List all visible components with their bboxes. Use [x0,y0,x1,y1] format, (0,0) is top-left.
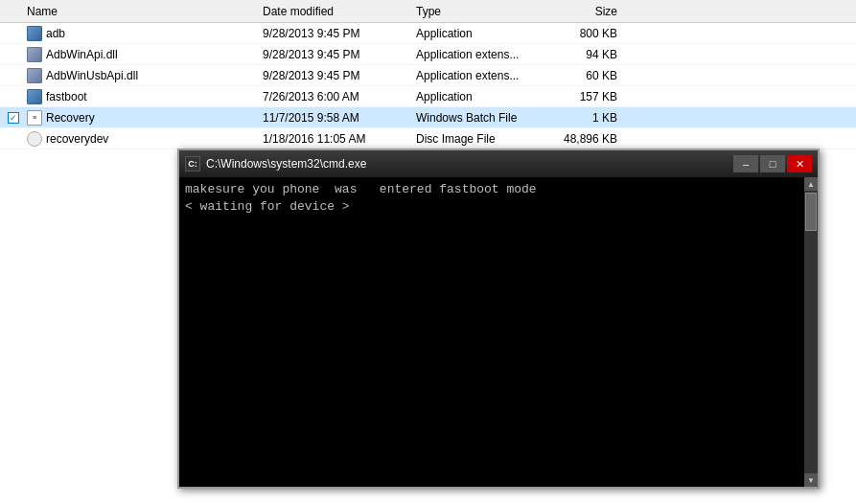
file-name: fastboot [46,90,87,103]
file-name: AdbWinUsbApi.dll [46,69,138,82]
file-name-col: recoverydev [4,131,263,147]
file-type: Windows Batch File [416,111,541,125]
img-icon [27,131,42,147]
file-name: AdbWinApi.dll [46,48,118,61]
col-header-date[interactable]: Date modified [263,5,416,18]
file-row[interactable]: recoverydev 1/18/2016 11:05 AM Disc Imag… [0,128,856,149]
file-size: 1 KB [541,111,617,125]
cmd-title: C:\Windows\system32\cmd.exe [206,157,728,171]
cmd-titlebar: C: C:\Windows\system32\cmd.exe – □ ✕ [179,150,818,177]
maximize-button[interactable]: □ [760,155,785,172]
close-button[interactable]: ✕ [787,155,812,172]
file-row[interactable]: AdbWinApi.dll 9/28/2013 9:45 PM Applicat… [0,44,856,65]
cmd-content-area: makesure you phone was entered fastboot … [179,177,818,487]
file-date: 7/26/2013 6:00 AM [263,90,416,103]
file-name-col: adb [4,26,263,41]
file-date: 11/7/2015 9:58 AM [263,111,416,125]
file-row[interactable]: adb 9/28/2013 9:45 PM Application 800 KB [0,23,856,44]
minimize-button[interactable]: – [733,155,758,172]
scroll-track[interactable] [804,191,818,473]
file-name-col: ✓ ≡ Recovery [4,110,263,126]
file-size: 800 KB [541,27,617,40]
file-name: recoverydev [46,132,108,146]
file-type: Application extens... [416,48,541,61]
col-header-size[interactable]: Size [541,5,617,18]
file-name: Recovery [46,111,95,125]
scroll-up-button[interactable]: ▲ [804,177,818,191]
file-type: Application [416,90,541,103]
check-col: ✓ [4,112,23,124]
file-name-col: AdbWinUsbApi.dll [4,68,263,83]
dll-icon [27,47,42,62]
cmd-body: makesure you phone was entered fastboot … [179,177,804,487]
col-header-type[interactable]: Type [416,5,541,18]
file-row[interactable]: fastboot 7/26/2013 6:00 AM Application 1… [0,86,856,107]
file-header: Name Date modified Type Size [0,0,856,23]
file-name: adb [46,27,65,40]
file-date: 9/28/2013 9:45 PM [263,48,416,61]
file-type: Disc Image File [416,132,541,146]
scroll-thumb[interactable] [805,193,817,231]
checkmark: ✓ [8,112,19,124]
file-date: 9/28/2013 9:45 PM [263,27,416,40]
cmd-controls: – □ ✕ [733,155,812,172]
exe-icon [27,89,42,104]
file-row[interactable]: AdbWinUsbApi.dll 9/28/2013 9:45 PM Appli… [0,65,856,86]
file-size: 60 KB [541,69,617,82]
cmd-icon: C: [185,156,200,172]
file-type: Application extens... [416,69,541,82]
dll-icon [27,68,42,83]
file-size: 157 KB [541,90,617,103]
file-size: 94 KB [541,48,617,61]
file-date: 1/18/2016 11:05 AM [263,132,416,146]
scroll-down-button[interactable]: ▼ [804,473,818,487]
cmd-window: C: C:\Windows\system32\cmd.exe – □ ✕ mak… [177,149,820,489]
cmd-output: makesure you phone was entered fastboot … [185,181,798,216]
exe-icon [27,26,42,41]
file-date: 9/28/2013 9:45 PM [263,69,416,82]
bat-icon: ≡ [27,110,42,126]
col-header-name[interactable]: Name [4,5,263,18]
file-row[interactable]: ✓ ≡ Recovery 11/7/2015 9:58 AM Windows B… [0,107,856,128]
file-name-col: fastboot [4,89,263,104]
file-size: 48,896 KB [541,132,617,146]
file-type: Application [416,27,541,40]
file-name-col: AdbWinApi.dll [4,47,263,62]
cmd-scrollbar[interactable]: ▲ ▼ [804,177,818,487]
file-list: adb 9/28/2013 9:45 PM Application 800 KB… [0,23,856,149]
